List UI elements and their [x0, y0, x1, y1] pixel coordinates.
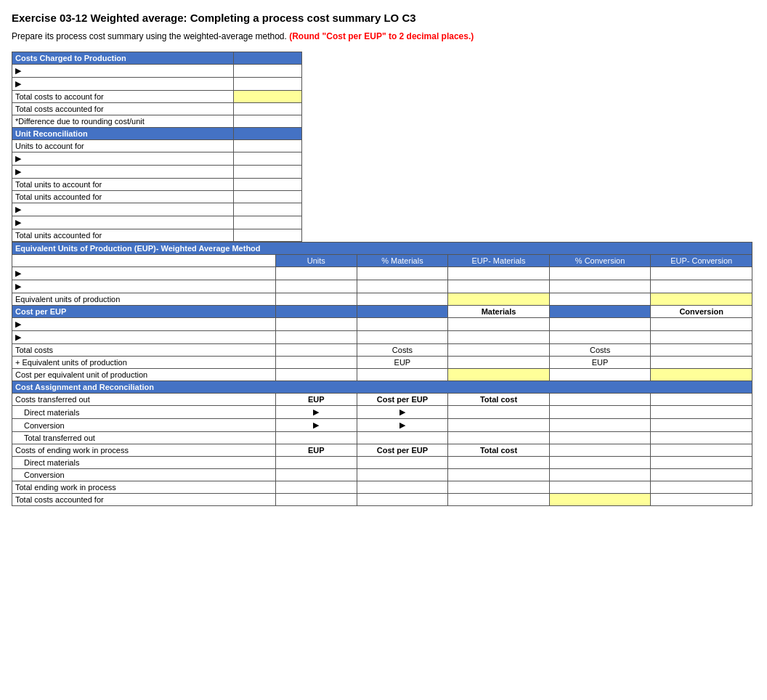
total-costs-units[interactable]: [275, 344, 357, 357]
sub-units-1[interactable]: [275, 318, 357, 331]
cost-per-equiv-conv-pct[interactable]: [549, 369, 651, 381]
total-costs-accounted-value[interactable]: [234, 103, 302, 115]
total-costs-account-label: Total costs to account for: [12, 91, 234, 103]
sub-mat-pct-1[interactable]: [357, 318, 448, 331]
cost-assignment-header: Cost Assignment and Reconciliation: [12, 381, 752, 394]
total-transferred-total[interactable]: [448, 432, 550, 444]
total-transferred-cpu[interactable]: [357, 432, 448, 444]
cost-per-equiv-units[interactable]: [275, 369, 357, 381]
eup-mat-pct-1[interactable]: [357, 267, 448, 280]
dm-transferred-cpu[interactable]: ▶: [357, 406, 448, 419]
cost-per-equiv-mat-pct[interactable]: [357, 369, 448, 381]
dm-transferred-total[interactable]: [448, 406, 550, 419]
dm-transferred-empty2[interactable]: [651, 406, 752, 419]
eup-divider-units[interactable]: [275, 357, 357, 369]
total-units-accounted2-value[interactable]: [234, 229, 302, 242]
eup-conv-pct-2[interactable]: [549, 280, 651, 293]
equiv-units-val[interactable]: [275, 293, 357, 306]
total-costs-eup-mat[interactable]: [448, 344, 550, 357]
equiv-mat-pct-val[interactable]: [357, 293, 448, 306]
row-value[interactable]: [234, 216, 302, 229]
costs-transferred-empty1[interactable]: [549, 394, 651, 406]
total-ending-eup[interactable]: [275, 481, 357, 494]
sub-eup-mat-1[interactable]: [448, 318, 550, 331]
total-transferred-empty1[interactable]: [549, 432, 651, 444]
conv-transferred-empty2[interactable]: [651, 419, 752, 432]
total-transferred-empty2[interactable]: [651, 432, 752, 444]
dm-transferred-empty1[interactable]: [549, 406, 651, 419]
ending-wip-empty1[interactable]: [549, 444, 651, 457]
eup-units-2[interactable]: [275, 280, 357, 293]
eup-eup-mat-1[interactable]: [448, 267, 550, 280]
sub-conv-pct-2[interactable]: [549, 331, 651, 344]
unit-reconciliation-header-row: Unit Reconciliation: [12, 128, 302, 140]
total-costs-account-value[interactable]: [234, 91, 302, 103]
units-account-value[interactable]: [234, 140, 302, 152]
row-label: ▶: [12, 65, 234, 78]
total-final-cpu[interactable]: [357, 494, 448, 506]
conversion-transferred-label: Conversion: [12, 419, 276, 432]
direct-materials-ending-label: Direct materials: [12, 457, 276, 469]
dm-ending-cpu[interactable]: [357, 457, 448, 469]
sub-row-label: ▶: [12, 331, 276, 344]
eup-eup-conv-2[interactable]: [651, 280, 752, 293]
direct-materials-ending-row: Direct materials: [12, 457, 752, 469]
eup-divider-eup-mat[interactable]: [448, 357, 550, 369]
costs-transferred-empty2[interactable]: [651, 394, 752, 406]
ending-wip-empty2[interactable]: [651, 444, 752, 457]
conv-transferred-eup[interactable]: ▶: [275, 419, 357, 432]
conv-ending-empty2[interactable]: [651, 469, 752, 481]
sub-eup-conv-2[interactable]: [651, 331, 752, 344]
row-value[interactable]: [234, 65, 302, 78]
total-transferred-eup[interactable]: [275, 432, 357, 444]
eup-units-1[interactable]: [275, 267, 357, 280]
cost-per-eup-label: Cost per EUP: [12, 306, 276, 318]
equiv-conv-pct-val[interactable]: [549, 293, 651, 306]
total-final-empty[interactable]: [651, 494, 752, 506]
table-row: ▶: [12, 203, 302, 216]
dm-ending-total[interactable]: [448, 457, 550, 469]
conv-transferred-total[interactable]: [448, 419, 550, 432]
row-value[interactable]: [234, 152, 302, 166]
equiv-eup-conv-val[interactable]: [651, 293, 752, 306]
conv-transferred-empty1[interactable]: [549, 419, 651, 432]
conv-ending-empty1[interactable]: [549, 469, 651, 481]
total-ending-empty1[interactable]: [549, 481, 651, 494]
dm-ending-empty1[interactable]: [549, 457, 651, 469]
row-value[interactable]: [234, 78, 302, 91]
row-value[interactable]: [234, 166, 302, 179]
dm-ending-empty2[interactable]: [651, 457, 752, 469]
cost-per-equiv-eup-mat[interactable]: [448, 369, 550, 381]
conv-transferred-cpu[interactable]: ▶: [357, 419, 448, 432]
total-costs-eup-conv[interactable]: [651, 344, 752, 357]
total-costs-accounted-row: Total costs accounted for: [12, 103, 302, 115]
eup-eup-mat-2[interactable]: [448, 280, 550, 293]
total-ending-total[interactable]: [448, 481, 550, 494]
sub-mat-pct-2[interactable]: [357, 331, 448, 344]
conv-ending-total[interactable]: [448, 469, 550, 481]
dm-ending-eup[interactable]: [275, 457, 357, 469]
total-units-account-value[interactable]: [234, 179, 302, 191]
eup-conv-pct-1[interactable]: [549, 267, 651, 280]
eup-mat-pct-2[interactable]: [357, 280, 448, 293]
eup-data-row: ▶: [12, 267, 752, 280]
row-value[interactable]: [234, 203, 302, 216]
cost-per-equiv-eup-conv[interactable]: [651, 369, 752, 381]
total-ending-cpu[interactable]: [357, 481, 448, 494]
total-final-eup[interactable]: [275, 494, 357, 506]
difference-value[interactable]: [234, 115, 302, 128]
eup-eup-conv-1[interactable]: [651, 267, 752, 280]
total-units-accounted-value[interactable]: [234, 191, 302, 203]
eup-divider-eup-conv[interactable]: [651, 357, 752, 369]
total-final-total[interactable]: [448, 494, 550, 506]
dm-transferred-eup[interactable]: ▶: [275, 406, 357, 419]
total-final-yellow1[interactable]: [549, 494, 651, 506]
conv-ending-eup[interactable]: [275, 469, 357, 481]
sub-conv-pct-1[interactable]: [549, 318, 651, 331]
conv-ending-cpu[interactable]: [357, 469, 448, 481]
total-ending-empty2[interactable]: [651, 481, 752, 494]
sub-eup-mat-2[interactable]: [448, 331, 550, 344]
sub-eup-conv-1[interactable]: [651, 318, 752, 331]
sub-units-2[interactable]: [275, 331, 357, 344]
equiv-eup-mat-val[interactable]: [448, 293, 550, 306]
